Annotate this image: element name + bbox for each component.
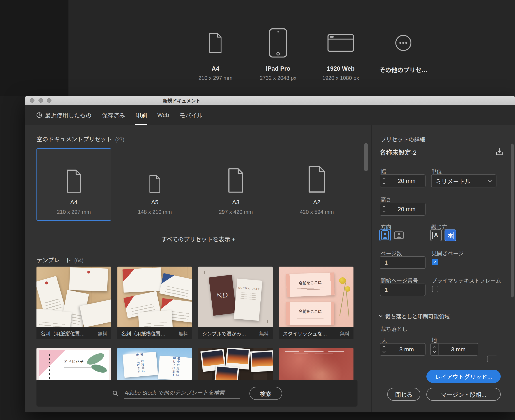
search-button[interactable]: 検索	[250, 387, 282, 400]
orientation-landscape-button[interactable]	[393, 229, 405, 241]
template-label-bar: 名刺（用紙縦位置… 無料	[37, 327, 111, 339]
template-card-stylish[interactable]: 名前をここに 名前をここに スタイリッシュな… 無料	[279, 267, 354, 339]
thumb-text-lines	[44, 297, 61, 312]
thumb-tiny-text	[328, 351, 344, 352]
link-bleed-values-button[interactable]	[487, 356, 497, 362]
thumb-tiny-text	[304, 351, 324, 352]
height-input[interactable]: 20 mm	[380, 202, 425, 216]
start-preset-1920-web[interactable]: 1920 Web 1920 x 1080 px	[312, 23, 370, 82]
template-card-meishi-horizontal[interactable]: 名刺（用紙横位置… 無料	[117, 267, 192, 339]
template-card-simple-warm[interactable]: ND NORIKO DATE シンプルで温かみ… 無料	[198, 267, 273, 339]
thumb-text-lines	[64, 366, 93, 369]
template-price-badge: 無料	[179, 330, 188, 337]
template-card-red-texture[interactable]	[279, 348, 354, 380]
primary-text-frame-label: プライマリテキストフレーム	[432, 277, 501, 284]
bleed-top-input[interactable]: 3 mm	[380, 343, 425, 356]
bleed-section-toggle[interactable]: 裁ち落としと印刷可能領域	[379, 312, 450, 320]
template-card-photo-polaroids[interactable]	[198, 348, 273, 380]
layout-grid-button[interactable]: レイアウトグリッド...	[426, 370, 501, 383]
details-scrollbar[interactable]	[511, 143, 514, 297]
thumb-text-lines	[144, 322, 167, 327]
margins-columns-button[interactable]: マージン・段組...	[426, 388, 501, 401]
templates-row-1: 名刺（用紙縦位置… 無料 名刺（用紙横位置…	[37, 267, 354, 339]
tablet-icon	[268, 23, 288, 63]
primary-text-frame-checkbox[interactable]	[432, 286, 438, 292]
preset-card-a3[interactable]: A3 297 x 420 mm	[198, 148, 273, 221]
template-thumbnail	[117, 267, 192, 327]
tab-mobile[interactable]: モバイル	[179, 105, 203, 125]
thumb-flower	[339, 277, 346, 284]
preset-card-a4[interactable]: A4 210 x 297 mm	[37, 148, 111, 221]
pages-input[interactable]: 1	[380, 256, 425, 269]
template-card-hanako[interactable]: アドビ花子	[37, 348, 111, 380]
show-all-presets-link[interactable]: すべてのプリセットを表示 +	[25, 235, 371, 243]
bleed-section-label: 裁ち落としと印刷可能領域	[385, 312, 450, 320]
orientation-portrait-button[interactable]	[379, 229, 391, 241]
height-stepper-arrows[interactable]	[380, 203, 388, 215]
tab-recent[interactable]: 最近使用したもの	[36, 105, 91, 125]
templates-count: (64)	[74, 258, 83, 263]
thumb-card: アドビ花子	[39, 350, 109, 380]
dialog-title: 新規ドキュメント	[137, 96, 227, 105]
template-card-summer-greeting[interactable]: 暑中お見舞い申し上げます 暑中お見舞い申し上げます	[117, 348, 192, 380]
preset-card-a2[interactable]: A2 420 x 594 mm	[280, 148, 354, 221]
width-stepper-arrows[interactable]	[380, 175, 388, 187]
thumb-photo	[252, 352, 273, 367]
chevron-down-icon	[488, 180, 492, 182]
template-price-badge: 無料	[259, 330, 269, 337]
thumb-pink-triangle	[39, 350, 66, 377]
facing-pages-checkbox[interactable]: ✓	[432, 259, 438, 265]
bleed-bottom-input[interactable]: 3 mm	[430, 343, 478, 356]
start-screen-presets: A4 210 x 297 mm iPad Pro 2732 x 2048 px …	[186, 23, 432, 82]
template-search-input[interactable]	[124, 388, 240, 399]
presets-content-area: 空のドキュメントプリセット(27) A4 210 x 297 mm	[25, 125, 371, 412]
unit-value: ミリメートル	[436, 177, 470, 185]
indesign-app-window: A4 210 x 297 mm iPad Pro 2732 x 2048 px …	[0, 0, 515, 420]
binding-right-button[interactable]: 本	[445, 229, 456, 241]
landscape-page-icon	[394, 231, 404, 239]
minimize-window-button[interactable]	[38, 98, 43, 103]
start-preset-ipad-pro[interactable]: iPad Pro 2732 x 2048 px	[249, 23, 307, 82]
thumb-photo	[227, 349, 249, 364]
binding-left-button[interactable]: A	[430, 229, 442, 241]
template-card-meishi-vertical[interactable]: 名刺（用紙縦位置… 無料	[37, 267, 111, 339]
thumb-card-text: 名前をここに	[299, 308, 322, 314]
preset-dims: 148 x 210 mm	[138, 209, 172, 215]
bleed-top-stepper-arrows[interactable]	[380, 344, 388, 355]
start-preset-more[interactable]: その他のプリセ…	[374, 23, 432, 82]
preset-details-panel: プリセットの詳細 名称未設定-2 幅 単位 20 mm ミリメートル	[371, 125, 515, 412]
save-preset-icon[interactable]	[495, 148, 504, 156]
close-button[interactable]: 閉じる	[387, 388, 420, 401]
facing-pages-label: 見開きページ	[432, 249, 464, 257]
start-preset-name: iPad Pro	[266, 65, 290, 72]
document-name-field[interactable]: 名称未設定-2	[380, 146, 494, 158]
unit-dropdown[interactable]: ミリメートル	[431, 174, 496, 188]
bleed-top-label: 天	[381, 336, 387, 344]
thumb-flower-stem	[346, 290, 349, 317]
clock-icon	[36, 112, 42, 118]
width-input[interactable]: 20 mm	[380, 174, 425, 188]
preset-dims: 297 x 420 mm	[219, 209, 253, 215]
preset-name: A2	[313, 199, 320, 206]
zoom-window-button[interactable]	[47, 98, 52, 103]
thumb-card: 暑中お見舞い申し上げます	[123, 352, 158, 378]
thumb-card-text: 名前をここに	[299, 279, 322, 286]
preset-card-a5[interactable]: A5 148 x 210 mm	[117, 148, 192, 221]
thumb-flower-stem	[339, 283, 346, 315]
height-value: 20 mm	[388, 206, 425, 213]
tab-web[interactable]: Web	[157, 105, 169, 125]
templates-row-2: アドビ花子 暑中お見舞い申し上げます 暑中お見舞い申し上げます	[37, 348, 354, 380]
tab-saved[interactable]: 保存済み	[102, 105, 125, 125]
tab-print[interactable]: 印刷	[135, 105, 147, 125]
thumb-card: 暑中お見舞い申し上げます	[158, 356, 192, 380]
width-label: 幅	[380, 167, 386, 175]
content-scrollbar[interactable]	[364, 143, 368, 171]
start-preset-dims: 2732 x 2048 px	[260, 75, 296, 81]
bleed-bottom-label: 地	[432, 336, 437, 344]
search-icon	[112, 390, 119, 397]
close-window-button[interactable]	[30, 98, 34, 103]
blank-presets-row: A4 210 x 297 mm A5 148 x 210 mm	[37, 148, 354, 221]
start-preset-a4[interactable]: A4 210 x 297 mm	[186, 23, 244, 82]
bleed-bottom-stepper-arrows[interactable]	[431, 344, 439, 355]
start-page-input[interactable]: 1	[380, 284, 425, 296]
